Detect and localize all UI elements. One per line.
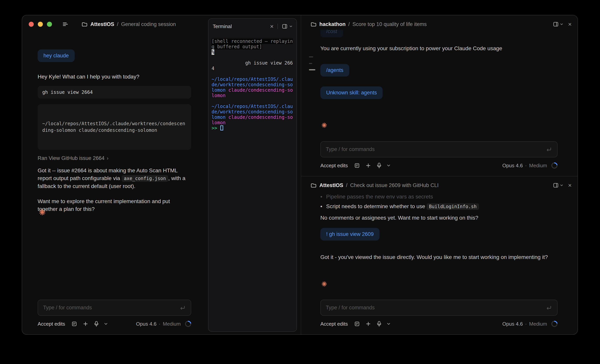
- context-usage-spinner: [184, 320, 193, 328]
- terminal-title: Terminal: [213, 23, 270, 29]
- mic-icon[interactable]: [94, 321, 99, 327]
- plus-icon[interactable]: [365, 321, 371, 327]
- terminal-pane: Terminal × [shell: [208, 18, 297, 332]
- claude-sparkle-icon: [321, 122, 328, 128]
- split-panel-icon[interactable]: [553, 182, 559, 188]
- command-input-placeholder: Type / for commands: [326, 305, 545, 311]
- attestios-issue-pane: AttestIOS / Check out issue 2609 with Gi…: [301, 176, 578, 334]
- mic-icon[interactable]: [377, 163, 382, 169]
- edits-mode-icon[interactable]: [71, 321, 77, 327]
- code-block: gh issue view 2664: [38, 86, 191, 99]
- terminal-path-line: ~/local/repos/AttestIOS/.claude/worktree…: [212, 104, 293, 125]
- chevron-down-icon[interactable]: [387, 164, 390, 167]
- session-name[interactable]: Score top 10 quality of life items: [353, 21, 427, 27]
- composer: Type / for commands Accept edits: [320, 300, 558, 327]
- terminal-header: Terminal ×: [208, 20, 297, 33]
- left-session-pane: AttestIOS / General coding session hey c…: [22, 15, 301, 334]
- terminal-cursor: [220, 125, 223, 130]
- accept-edits-toggle[interactable]: Accept edits: [320, 163, 348, 169]
- terminal-prompt: >>: [212, 125, 217, 131]
- composer-status-row: Accept edits: [320, 162, 558, 169]
- assistant-message: Hey Kyle! What can I help you with today…: [38, 73, 191, 81]
- tool-call-expander[interactable]: Ran View GitHub issue 2664›: [38, 155, 191, 161]
- message-marker-active: [309, 69, 315, 70]
- inline-code-chip: axe_config.json: [122, 175, 168, 182]
- plus-icon[interactable]: [83, 321, 88, 327]
- user-command-bubble: ! gh issue view 2609: [320, 228, 380, 241]
- folder-icon: [310, 182, 317, 188]
- message-marker: [309, 56, 313, 57]
- minimize-window-button[interactable]: [38, 22, 43, 27]
- close-icon[interactable]: ×: [270, 23, 274, 29]
- breadcrumb: hackathon / Score top 10 quality of life…: [310, 21, 553, 27]
- project-name[interactable]: AttestIOS: [319, 182, 343, 188]
- composer: Type / for commands Accept edits: [38, 300, 191, 327]
- message-marker: [309, 63, 312, 64]
- pane-header: hackathon / Score top 10 quality of life…: [301, 15, 578, 30]
- command-input-placeholder: Type / for commands: [326, 146, 545, 152]
- assistant-message: Got it -- issue #2664 is about making th…: [38, 167, 191, 190]
- split-panel-icon[interactable]: [553, 21, 559, 27]
- chevron-right-icon: ›: [107, 155, 108, 161]
- project-name[interactable]: hackathon: [319, 21, 346, 27]
- model-label[interactable]: Opus 4.6: [502, 321, 523, 327]
- effort-label[interactable]: Medium: [529, 321, 547, 327]
- composer-status-row: Accept edits: [38, 320, 191, 327]
- model-label[interactable]: Opus 4.6: [136, 321, 157, 327]
- command-input[interactable]: Type / for commands: [38, 300, 191, 316]
- plus-icon[interactable]: [365, 163, 371, 168]
- user-message-bubble: /agents: [320, 64, 349, 77]
- command-input[interactable]: Type / for commands: [320, 141, 558, 157]
- sidebar-menu-icon[interactable]: [62, 21, 69, 27]
- effort-label[interactable]: Medium: [529, 163, 547, 169]
- window-controls: [29, 22, 52, 27]
- edits-mode-icon[interactable]: [354, 163, 360, 168]
- accept-edits-toggle[interactable]: Accept edits: [38, 321, 65, 327]
- project-name[interactable]: AttestIOS: [90, 21, 114, 27]
- close-window-button[interactable]: [29, 22, 34, 27]
- inline-code-chip: BuildLoginInfo.sh: [427, 203, 479, 210]
- split-panel-icon[interactable]: [282, 24, 288, 29]
- chevron-down-icon[interactable]: [387, 323, 390, 325]
- breadcrumb: AttestIOS / General coding session: [81, 21, 176, 27]
- app-window: AttestIOS / General coding session hey c…: [22, 15, 578, 335]
- assistant-message: Want me to explore the current implement…: [38, 198, 191, 213]
- terminal-output[interactable]: [shell reconnected — replaying buffered …: [208, 33, 297, 131]
- code-block: ~/local/repos/AttestIOS/.claude/worktree…: [38, 104, 191, 150]
- hackathon-session-pane: /cost hackathon / Score top 10 quality o…: [301, 15, 578, 176]
- command-input[interactable]: Type / for commands: [320, 300, 558, 316]
- chat-transcript: hey claude Hey Kyle! What can I help you…: [38, 33, 191, 213]
- chevron-down-icon[interactable]: [560, 184, 563, 186]
- chevron-down-icon[interactable]: [104, 323, 107, 325]
- issue-bullet: • Pipeline passes the new env vars as se…: [320, 193, 566, 200]
- system-message-bubble: Unknown skill: agents: [320, 86, 383, 99]
- claude-sparkle-icon: [321, 281, 328, 287]
- effort-label[interactable]: Medium: [163, 321, 181, 327]
- model-label[interactable]: Opus 4.6: [502, 163, 523, 169]
- user-message-bubble: hey claude: [38, 49, 75, 62]
- close-icon[interactable]: ×: [568, 21, 572, 27]
- context-usage-spinner: [550, 320, 559, 328]
- edits-mode-icon[interactable]: [354, 321, 360, 327]
- assistant-message: No comments or assignees yet. Want me to…: [320, 214, 566, 222]
- accept-edits-toggle[interactable]: Accept edits: [320, 321, 348, 327]
- folder-icon: [310, 21, 317, 27]
- composer-status-row: Accept edits: [320, 320, 558, 327]
- assistant-message: Got it - you've viewed the issue directl…: [320, 254, 566, 261]
- claude-sparkle-icon: [38, 208, 46, 216]
- return-icon: [545, 305, 552, 311]
- return-icon: [545, 146, 552, 152]
- folder-icon: [81, 21, 88, 27]
- mic-icon[interactable]: [377, 321, 382, 327]
- chevron-down-icon[interactable]: [290, 25, 292, 27]
- command-input-placeholder: Type / for commands: [43, 305, 179, 311]
- session-name[interactable]: General coding session: [121, 21, 176, 27]
- zoom-window-button[interactable]: [47, 22, 52, 27]
- composer: Type / for commands Accept edits: [320, 141, 558, 169]
- session-name[interactable]: Check out issue 2609 with GitHub CLI: [350, 182, 439, 188]
- divider: [278, 24, 278, 29]
- chevron-down-icon[interactable]: [560, 23, 563, 25]
- terminal-path-line: ~/local/repos/AttestIOS/.claude/worktree…: [212, 77, 293, 98]
- context-usage-spinner: [550, 161, 559, 170]
- close-icon[interactable]: ×: [568, 182, 572, 188]
